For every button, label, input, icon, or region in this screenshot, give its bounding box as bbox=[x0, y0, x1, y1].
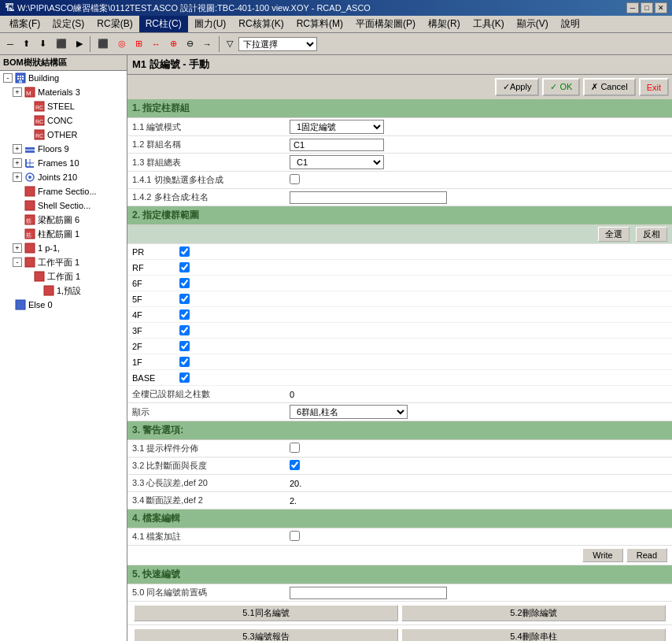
tree-other[interactable]: RC OTHER bbox=[0, 128, 127, 142]
checkbox-2F[interactable] bbox=[179, 341, 190, 351]
checkbox-5F[interactable] bbox=[179, 294, 190, 304]
value-display[interactable]: 6群組,柱名 bbox=[290, 405, 667, 419]
btn-5-2[interactable]: 5.2刪除編號 bbox=[401, 605, 666, 621]
tree-frames[interactable]: + Frames 10 bbox=[0, 156, 127, 170]
check-3-1[interactable] bbox=[290, 443, 300, 453]
tree-beam-rebar[interactable]: 筋 梁配筋圖 6 bbox=[0, 213, 127, 227]
btn-5-4[interactable]: 5.4刪除串柱 bbox=[401, 628, 666, 641]
floor-check-2F[interactable] bbox=[179, 341, 667, 351]
rc-icon-3[interactable]: ⊞ bbox=[131, 36, 146, 51]
select-all-button[interactable]: 全選 bbox=[598, 227, 630, 242]
tree-col-rebar[interactable]: 筋 柱配筋圖 1 bbox=[0, 227, 127, 241]
toolbar-btn-3[interactable]: ⬇ bbox=[35, 36, 50, 51]
tree-expand-joints[interactable]: + bbox=[13, 172, 22, 182]
checkbox-PR[interactable] bbox=[179, 246, 190, 257]
exit-button[interactable]: Exit bbox=[639, 78, 669, 96]
read-button[interactable]: Read bbox=[626, 548, 667, 562]
invert-button[interactable]: 反相 bbox=[636, 227, 667, 242]
checkbox-3F[interactable] bbox=[179, 325, 190, 335]
value-1-3[interactable]: C1 bbox=[290, 155, 667, 169]
toolbar-btn-1[interactable]: ─ bbox=[3, 37, 17, 51]
check-1-4-1[interactable] bbox=[290, 174, 300, 184]
tree-expand-building[interactable]: - bbox=[3, 73, 13, 83]
check-3-2[interactable] bbox=[290, 460, 300, 470]
tree-else[interactable]: Else 0 bbox=[0, 298, 127, 312]
floor-check-6F[interactable] bbox=[179, 278, 667, 288]
floor-check-1F[interactable] bbox=[179, 357, 667, 367]
value-3-2[interactable] bbox=[290, 460, 667, 472]
write-button[interactable]: Write bbox=[582, 548, 622, 562]
checkbox-1F[interactable] bbox=[179, 357, 190, 367]
rc-icon-5[interactable]: ⊕ bbox=[166, 36, 181, 51]
menu-tools[interactable]: 工具(K) bbox=[467, 16, 511, 32]
tree-expand-1p1[interactable]: + bbox=[13, 243, 22, 253]
toolbar-btn-2[interactable]: ⬆ bbox=[19, 36, 34, 51]
input-1-4-2[interactable] bbox=[290, 191, 447, 204]
floor-check-RF[interactable] bbox=[179, 262, 667, 272]
dropdown-select[interactable]: 下拉選擇 bbox=[238, 37, 317, 51]
value-1-4-1[interactable] bbox=[290, 174, 667, 186]
rc-icon-6[interactable]: ⊖ bbox=[183, 36, 198, 51]
tree-conc[interactable]: RC CONC bbox=[0, 113, 127, 128]
rc-icon-7[interactable]: → bbox=[199, 37, 216, 51]
tree-1p1[interactable]: + 1 p-1, bbox=[0, 241, 127, 255]
tree-expand-workplane[interactable]: - bbox=[13, 258, 22, 267]
select-1-1[interactable]: 1固定編號 bbox=[290, 120, 384, 134]
input-1-2[interactable] bbox=[290, 139, 384, 151]
menu-file[interactable]: 檔案(F) bbox=[3, 16, 46, 32]
floor-check-4F[interactable] bbox=[179, 309, 667, 320]
rc-icon-2[interactable]: ◎ bbox=[114, 36, 130, 51]
tree-materials[interactable]: + M Materials 3 bbox=[0, 85, 127, 99]
menu-rc-material[interactable]: RC算料(M) bbox=[290, 16, 349, 32]
tree-root[interactable]: - Building bbox=[0, 71, 127, 85]
tree-expand-frames[interactable]: + bbox=[13, 158, 22, 168]
close-button[interactable]: ✕ bbox=[655, 2, 667, 13]
tree-workplane[interactable]: - 工作平面 1 bbox=[0, 255, 127, 269]
rc-icon-1[interactable]: ⬛ bbox=[94, 36, 113, 51]
select-display[interactable]: 6群組,柱名 bbox=[290, 405, 408, 419]
value-4-1[interactable] bbox=[290, 531, 667, 543]
value-1-4-2[interactable] bbox=[290, 191, 667, 204]
cancel-button[interactable]: ✗ Cancel bbox=[583, 78, 635, 96]
menu-plan[interactable]: 平面構架圖(P) bbox=[349, 16, 422, 32]
ok-button[interactable]: ✓ OK bbox=[542, 78, 580, 96]
menu-help[interactable]: 說明 bbox=[555, 16, 586, 32]
minimize-button[interactable]: ─ bbox=[626, 2, 639, 13]
floor-check-5F[interactable] bbox=[179, 294, 667, 304]
menu-settings[interactable]: 設定(S) bbox=[46, 16, 90, 32]
menu-rc-beam[interactable]: RC梁(B) bbox=[90, 16, 138, 32]
check-4-1[interactable] bbox=[290, 531, 300, 541]
filter-icon[interactable]: ▽ bbox=[223, 36, 237, 51]
tree-steel[interactable]: RC STEEL bbox=[0, 99, 127, 113]
checkbox-RF[interactable] bbox=[179, 262, 190, 272]
btn-5-1[interactable]: 5.1同名編號 bbox=[134, 605, 398, 621]
floor-check-PR[interactable] bbox=[179, 246, 667, 257]
toolbar-btn-5[interactable]: ▶ bbox=[72, 36, 87, 51]
value-1-1[interactable]: 1固定編號 bbox=[290, 120, 667, 134]
tree-frame-section[interactable]: Frame Sectio... bbox=[0, 184, 127, 198]
tree-preset[interactable]: 1,預設 bbox=[0, 283, 127, 298]
select-1-3[interactable]: C1 bbox=[290, 155, 384, 169]
rc-icon-4[interactable]: ↔ bbox=[148, 37, 164, 51]
tree-expand-floors[interactable]: + bbox=[13, 144, 22, 154]
tree-shell-section[interactable]: Shell Sectio... bbox=[0, 198, 127, 213]
value-5-0[interactable] bbox=[290, 587, 667, 599]
menu-rc-calc[interactable]: RC核算(K) bbox=[232, 16, 290, 32]
value-3-1[interactable] bbox=[290, 443, 667, 454]
value-1-2[interactable] bbox=[290, 139, 667, 151]
maximize-button[interactable]: □ bbox=[641, 2, 653, 13]
input-5-0[interactable] bbox=[290, 587, 447, 599]
tree-floors[interactable]: + Floors 9 bbox=[0, 142, 127, 156]
tree-joints[interactable]: + Joints 210 bbox=[0, 170, 127, 184]
apply-button[interactable]: ✓Apply bbox=[495, 78, 540, 96]
btn-5-3[interactable]: 5.3編號報告 bbox=[134, 628, 398, 641]
tree-workface[interactable]: 工作面 1 bbox=[0, 269, 127, 283]
floor-check-3F[interactable] bbox=[179, 325, 667, 335]
checkbox-4F[interactable] bbox=[179, 309, 190, 320]
menu-rc-col[interactable]: RC柱(C) bbox=[139, 16, 188, 32]
menu-display[interactable]: 顯示(V) bbox=[511, 16, 555, 32]
checkbox-6F[interactable] bbox=[179, 278, 190, 288]
toolbar-btn-4[interactable]: ⬛ bbox=[52, 36, 71, 51]
tree-expand-materials[interactable]: + bbox=[13, 87, 22, 97]
menu-force[interactable]: 圖力(U) bbox=[188, 16, 233, 32]
